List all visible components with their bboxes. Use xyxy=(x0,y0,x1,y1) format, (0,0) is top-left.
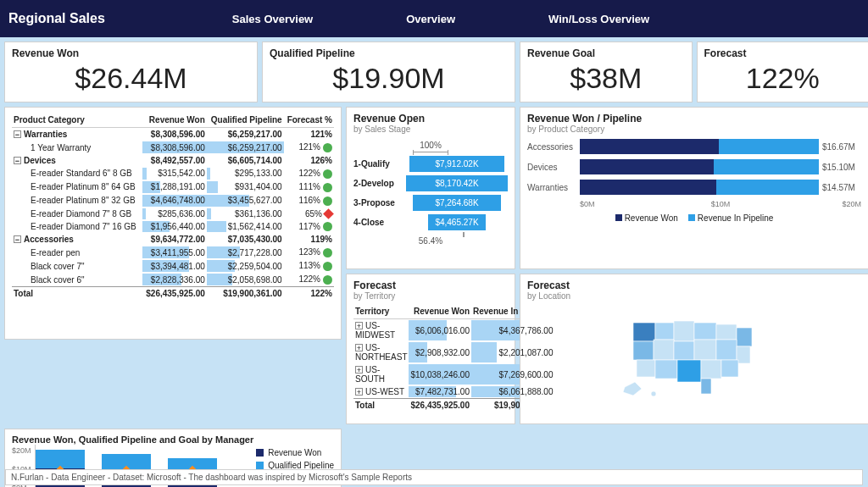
card-title: Forecast xyxy=(353,279,508,291)
table-row[interactable]: E-reader Diamond 7" 16 GB $1,956,440.00 … xyxy=(12,220,334,234)
card-title: Forecast xyxy=(527,279,861,291)
kpi-label: Revenue Won xyxy=(12,47,250,59)
svg-rect-1 xyxy=(655,323,674,340)
kpi-value: $19.90M xyxy=(270,59,508,97)
svg-rect-4 xyxy=(716,324,737,340)
funnel-row[interactable]: 4-Close $4,465.27K xyxy=(353,214,508,230)
svg-rect-13 xyxy=(655,360,677,379)
svg-rect-14 xyxy=(677,360,701,382)
status-indicator xyxy=(323,183,332,192)
forecast-location-card[interactable]: Forecast by Location xyxy=(520,274,868,424)
svg-rect-6 xyxy=(633,341,654,360)
status-indicator xyxy=(323,196,332,206)
kpi-label: Qualified Pipeline xyxy=(270,47,508,59)
status-indicator xyxy=(323,143,332,152)
kpi-qualified-pipeline[interactable]: Qualified Pipeline $19.90M xyxy=(262,42,515,102)
expand-icon[interactable]: + xyxy=(355,344,363,351)
svg-rect-8 xyxy=(674,341,694,360)
table-row[interactable]: Black cover 6" $2,828,336.00 $2,058,698.… xyxy=(12,273,334,286)
svg-point-19 xyxy=(651,391,656,396)
svg-rect-5 xyxy=(737,328,752,346)
table-row[interactable]: −Warranties $8,308,596.00$6,259,217.0012… xyxy=(12,128,334,141)
kpi-value: 122% xyxy=(704,59,862,97)
table-row[interactable]: E-reader Diamond 7" 8 GB $285,636.00 $36… xyxy=(12,208,334,220)
svg-rect-15 xyxy=(701,360,721,379)
status-indicator xyxy=(323,275,332,285)
table-row[interactable]: E-reader pen $3,411,955.00 $2,717,228.00… xyxy=(12,246,334,259)
table-row[interactable]: −Devices $8,492,557.00$6,605,714.00126% xyxy=(12,154,334,167)
kpi-value: $38M xyxy=(527,59,685,97)
product-table-card[interactable]: Product CategoryRevenue WonQualified Pip… xyxy=(4,107,342,340)
funnel-top-pct: 100% xyxy=(353,141,508,150)
kpi-revenue-goal[interactable]: Revenue Goal $38M xyxy=(520,42,693,102)
table-row[interactable]: 1 Year Warranty $8,308,596.00 $6,259,217… xyxy=(12,141,334,154)
us-map[interactable] xyxy=(527,304,861,414)
revenue-open-card[interactable]: Revenue Open by Sales Stage 100% 1-Quali… xyxy=(346,107,515,269)
collapse-icon[interactable]: − xyxy=(14,130,21,138)
table-row[interactable]: E-reader Standard 6" 8 GB $315,542.00 $2… xyxy=(12,167,334,180)
table-row[interactable]: E-reader Platinum 8" 32 GB $4,646,748.00… xyxy=(12,194,334,208)
svg-rect-0 xyxy=(633,323,655,341)
page-title: Regional Sales xyxy=(8,11,105,26)
kpi-revenue-won[interactable]: Revenue Won $26.44M xyxy=(4,42,258,102)
status-indicator xyxy=(323,169,332,179)
top-nav: Regional Sales Sales Overview Overview W… xyxy=(0,0,868,37)
card-title: Revenue Won, Qualified Pipeline and Goal… xyxy=(12,434,334,445)
hbar-row[interactable]: Warranties $14.57M xyxy=(527,180,861,195)
nav-winloss[interactable]: Win/Loss Overview xyxy=(548,13,649,25)
svg-rect-3 xyxy=(694,323,716,340)
svg-rect-7 xyxy=(654,340,674,360)
kpi-forecast[interactable]: Forecast 122% xyxy=(697,42,869,102)
hbar-row[interactable]: Accessories $16.67M xyxy=(527,139,861,154)
kpi-value: $26.44M xyxy=(12,59,250,97)
table-row[interactable]: −Accessories $9,634,772.00$7,035,430.001… xyxy=(12,233,334,246)
funnel-row[interactable]: 2-Develop $8,170.42K xyxy=(353,175,508,191)
collapse-icon[interactable]: − xyxy=(14,157,21,164)
forecast-territory-card[interactable]: Forecast by Territory TerritoryRevenue W… xyxy=(346,274,515,424)
nav-sales-overview[interactable]: Sales Overview xyxy=(232,13,313,25)
footer-text: N.Furlan - Data Engineer - Dataset: Micr… xyxy=(5,469,863,485)
card-title: Revenue Open xyxy=(353,113,508,125)
expand-icon[interactable]: + xyxy=(355,388,363,396)
expand-icon[interactable]: + xyxy=(355,366,363,374)
card-sub: by Product Category xyxy=(527,125,861,134)
table-row[interactable]: E-reader Platinum 8" 64 GB $1,288,191.00… xyxy=(12,180,334,194)
svg-rect-10 xyxy=(716,340,737,360)
funnel-row[interactable]: 3-Propose $7,264.68K xyxy=(353,195,508,211)
svg-marker-18 xyxy=(623,382,642,396)
svg-rect-17 xyxy=(701,379,711,394)
table-row[interactable]: Black cover 7" $3,394,481.00 $2,259,504.… xyxy=(12,259,334,273)
funnel-bot-pct: 56.4% xyxy=(353,236,508,246)
rev-pipe-card[interactable]: Revenue Won / Pipeline by Product Catego… xyxy=(520,107,868,269)
svg-rect-11 xyxy=(737,346,750,363)
hbar-row[interactable]: Devices $15.10M xyxy=(527,159,861,174)
kpi-label: Forecast xyxy=(704,47,862,59)
nav-overview[interactable]: Overview xyxy=(406,13,455,25)
svg-rect-16 xyxy=(721,360,738,377)
card-sub: by Sales Stage xyxy=(353,125,508,134)
card-title: Revenue Won / Pipeline xyxy=(527,113,861,125)
collapse-icon[interactable]: − xyxy=(14,235,21,243)
status-indicator xyxy=(323,222,332,231)
kpi-label: Revenue Goal xyxy=(527,47,685,59)
expand-icon[interactable]: + xyxy=(355,322,363,329)
card-sub: by Location xyxy=(527,291,861,301)
status-indicator xyxy=(323,209,334,220)
svg-rect-12 xyxy=(637,360,655,377)
svg-rect-9 xyxy=(694,340,716,360)
status-indicator xyxy=(323,248,332,257)
card-sub: by Territory xyxy=(353,291,508,301)
funnel-row[interactable]: 1-Qualify $7,912.02K xyxy=(353,156,508,172)
svg-rect-2 xyxy=(674,321,694,341)
status-indicator xyxy=(323,262,332,271)
